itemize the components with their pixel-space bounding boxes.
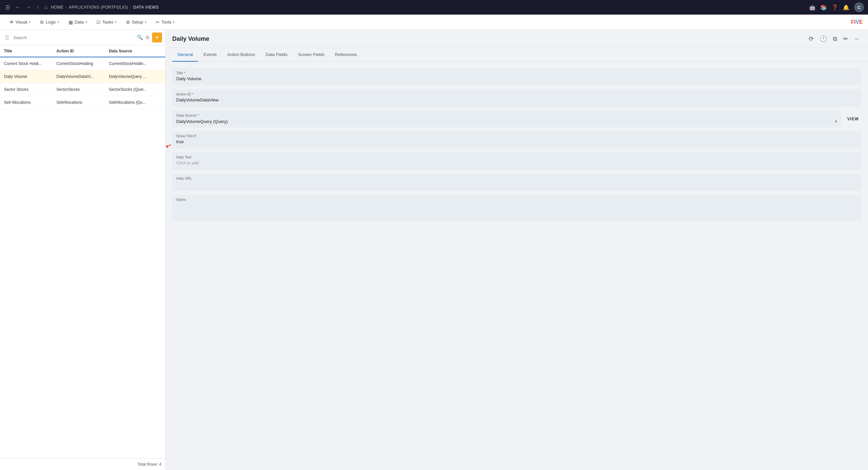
help-text-label: Help Text [176, 155, 858, 159]
five-logo: FIVE [851, 19, 863, 25]
col-action-id: Action ID [56, 49, 108, 53]
nav-tools-label: Tools [161, 20, 171, 25]
tools-icon: ✂ [156, 20, 160, 25]
breadcrumb-home[interactable]: HOME [51, 5, 64, 10]
row-3-data-source: SectorStocks (Quer... [109, 87, 161, 92]
view-button[interactable]: VIEW [844, 115, 861, 123]
tab-screen-fields[interactable]: Screen Fields [293, 48, 330, 62]
table-row[interactable]: Sell Allocations SellAllocations SellAll… [0, 96, 165, 109]
data-source-container: Data Source * DailyVolumeQuery (Query) ▾… [172, 111, 861, 127]
tab-general[interactable]: General [172, 48, 198, 62]
tab-action-buttons[interactable]: Action Buttons [222, 48, 260, 62]
tools-chevron: ▾ [173, 20, 175, 24]
form-content: Title * Daily Volume Action ID * DailyVo… [166, 62, 868, 470]
sidebar-menu-icon[interactable]: ☰ [3, 33, 10, 42]
title-field-label: Title * [176, 71, 858, 75]
action-id-field[interactable]: Action ID * DailyVolumeDataView [172, 89, 861, 107]
sidebar-table: Title Action ID Data Source Current Stoc… [0, 46, 165, 459]
data-source-dropdown[interactable]: DailyVolumeQuery (Query) ▾ [176, 119, 837, 124]
table-header: Title Action ID Data Source [0, 46, 165, 57]
nav-logic[interactable]: ⚙ Logic ▾ [36, 18, 63, 27]
add-button[interactable]: + [152, 32, 162, 42]
tasks-chevron: ▾ [115, 20, 117, 24]
menu-icon[interactable]: ☰ [4, 3, 11, 12]
row-3-action-id: SectorStocks [56, 87, 108, 92]
breadcrumb-sep-2: › [130, 5, 131, 10]
total-rows-label: Total Rows: 4 [137, 462, 161, 467]
data-chevron: ▾ [86, 20, 87, 24]
help-text-field[interactable]: Help Text Click to add [172, 152, 861, 170]
nav-tools[interactable]: ✂ Tools ▾ [152, 18, 179, 27]
breadcrumb-dataviews[interactable]: DATA VIEWS [133, 5, 159, 10]
search-icon[interactable]: 🔍 [137, 34, 143, 40]
help-url-field[interactable]: Help URL [172, 174, 861, 191]
row-1-title: Current Stock Holdi... [4, 61, 56, 66]
nav-setup[interactable]: ⚙ Setup ▾ [122, 18, 150, 27]
edit-icon[interactable]: ✏ [842, 34, 849, 44]
visual-chevron: ▾ [29, 20, 30, 24]
help-url-value [176, 182, 858, 187]
help-icon[interactable]: ❓ [832, 4, 838, 10]
notes-label: Notes [176, 198, 858, 202]
up-icon[interactable]: ↑ [35, 3, 40, 11]
breadcrumb-applications[interactable]: APPLICATIONS (PORTFOLIO) [69, 5, 128, 10]
bell-icon[interactable]: 🔔 [843, 4, 849, 10]
breadcrumb-sep-1: › [66, 5, 67, 10]
forward-icon[interactable]: → [25, 3, 32, 11]
copy-icon[interactable]: ⧉ [146, 34, 149, 40]
nav-visual-label: Visual [16, 20, 27, 25]
top-nav-right: 🤖 📚 ❓ 🔔 C [809, 2, 864, 12]
second-nav: 👁 Visual ▾ ⚙ Logic ▾ ▦ Data ▾ ☑ Tasks ▾ … [0, 14, 868, 30]
refresh-icon[interactable]: ⟳ [807, 34, 815, 44]
tabs: General Events Action Buttons Data Field… [166, 48, 868, 62]
setup-chevron: ▾ [145, 20, 147, 24]
show-title-if-value: true [176, 139, 858, 145]
table-row[interactable]: Daily Volume DailyVolumeDataVi... DailyV… [0, 70, 165, 83]
home-icon: ⌂ [43, 3, 49, 11]
col-title: Title [4, 49, 56, 53]
nav-data[interactable]: ▦ Data ▾ [65, 18, 91, 27]
nav-logic-label: Logic [46, 20, 56, 25]
setup-icon: ⚙ [126, 20, 130, 25]
top-nav: ☰ ← → ↑ ⌂ HOME › APPLICATIONS (PORTFOLIO… [0, 0, 868, 14]
tasks-icon: ☑ [96, 20, 101, 25]
content-actions: ⟳ 🕐 ⧉ ✏ ← [807, 34, 861, 44]
col-data-source: Data Source [109, 49, 161, 53]
notes-field[interactable]: Notes [172, 195, 861, 222]
content-area: Daily Volume ⟳ 🕐 ⧉ ✏ ← General Events Ac… [166, 30, 868, 470]
nav-tasks-label: Tasks [102, 20, 113, 25]
nav-visual[interactable]: 👁 Visual ▾ [5, 18, 34, 27]
row-2-action-id: DailyVolumeDataVi... [56, 74, 108, 79]
row-3-title: Sector Stocks [4, 87, 56, 92]
avatar[interactable]: C [854, 2, 864, 12]
main-layout: ☰ 🔍 ⧉ + Title Action ID Data Source Curr… [0, 30, 868, 470]
help-text-placeholder[interactable]: Click to add [176, 160, 858, 167]
help-url-label: Help URL [176, 176, 858, 180]
row-2-data-source: DailyVolumeQuery ... [109, 74, 161, 79]
back-icon[interactable]: ← [14, 3, 22, 11]
tab-events[interactable]: Events [198, 48, 222, 62]
table-row[interactable]: Current Stock Holdi... CurrentStockHoldi… [0, 57, 165, 70]
copy-record-icon[interactable]: ⧉ [832, 34, 838, 44]
red-arrow-indicator: ↙ [166, 141, 173, 151]
data-source-chevron: ▾ [835, 119, 837, 124]
breadcrumb: ⌂ HOME › APPLICATIONS (PORTFOLIO) › DATA… [43, 3, 159, 11]
search-input[interactable] [13, 35, 134, 40]
title-field[interactable]: Title * Daily Volume [172, 68, 861, 86]
row-4-title: Sell Allocations [4, 100, 56, 105]
table-row[interactable]: Sector Stocks SectorStocks SectorStocks … [0, 83, 165, 96]
tab-references[interactable]: References [330, 48, 362, 62]
row-1-data-source: CurrentStockHoldin... [109, 61, 161, 66]
robot-icon[interactable]: 🤖 [809, 4, 816, 10]
data-source-field[interactable]: Data Source * DailyVolumeQuery (Query) ▾ [172, 111, 841, 127]
nav-tasks[interactable]: ☑ Tasks ▾ [92, 18, 121, 27]
history-icon[interactable]: 🕐 [818, 34, 828, 44]
show-title-if-field[interactable]: Show Title If true [172, 131, 861, 148]
show-title-if-label: Show Title If [176, 134, 858, 138]
tab-data-fields[interactable]: Data Fields [260, 48, 293, 62]
close-icon[interactable]: ← [853, 34, 861, 44]
nav-setup-label: Setup [132, 20, 143, 25]
books-icon[interactable]: 📚 [820, 4, 827, 10]
nav-data-label: Data [74, 20, 84, 25]
data-source-value: DailyVolumeQuery (Query) [176, 119, 835, 124]
